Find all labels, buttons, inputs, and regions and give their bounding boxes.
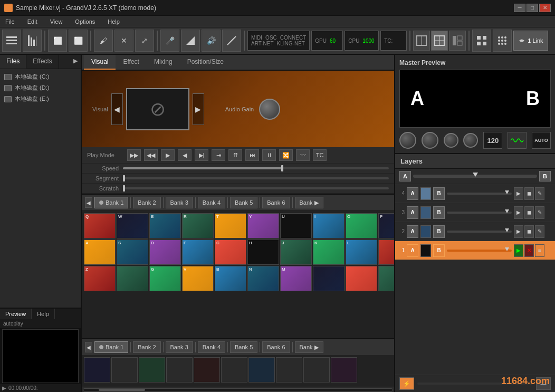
clip-extra2[interactable] [378, 240, 394, 265]
lb-play-btn[interactable]: ⚡ [399, 377, 414, 390]
tab-files[interactable]: Files [0, 55, 26, 69]
layout-btn-3[interactable] [449, 31, 466, 51]
drive-d[interactable]: 本地磁盘 (D:) [0, 82, 81, 93]
toolbar-prev-btn[interactable]: ⬜ [48, 30, 67, 52]
clip-u[interactable]: U [280, 213, 312, 238]
bank-bottom-4-btn[interactable]: Bank 4 [198, 341, 225, 353]
clip-g[interactable]: G [149, 266, 181, 291]
bank-bottom-more-btn[interactable]: Bank ▶ [295, 341, 323, 353]
clip-b[interactable]: B [215, 266, 246, 291]
toolbar-next-btn[interactable]: ⬜ [69, 30, 88, 52]
clip-v[interactable]: V [182, 266, 214, 291]
visual-prev-btn[interactable]: ◀ [111, 93, 123, 125]
clip-extra7[interactable] [378, 266, 394, 291]
bank-bottom-1-btn[interactable]: Bank 1 [94, 341, 128, 353]
toolbar-clear-btn[interactable]: ✕ [114, 30, 133, 52]
toolbar-bars-btn[interactable] [23, 30, 42, 52]
pm-btn-pause[interactable]: ⏸ [262, 149, 276, 161]
bank-more-btn[interactable]: Bank ▶ [295, 197, 323, 208]
bank-bottom-prev-btn[interactable]: ◀ [85, 342, 92, 352]
kling-label[interactable]: KLING-NET [277, 41, 305, 46]
bottom-clip-9[interactable] [303, 357, 330, 383]
layer-1-b-btn[interactable]: B [433, 244, 445, 257]
clip-q[interactable]: Q [84, 213, 116, 238]
pm-btn-ff[interactable]: ▶▶ [127, 149, 141, 161]
bank-2-btn[interactable]: Bank 2 [133, 197, 160, 208]
mp-knob-2[interactable] [422, 132, 438, 149]
bottom-clip-7[interactable] [248, 357, 275, 383]
layer-2-play[interactable]: ▶ [514, 225, 523, 238]
pm-btn-play[interactable]: ▶ [161, 149, 175, 161]
close-button[interactable]: ✕ [539, 4, 551, 12]
clip-i[interactable]: I [313, 213, 345, 238]
pm-btn-back[interactable]: ◀ [178, 149, 192, 161]
tab-position-size[interactable]: Position/Size [180, 55, 231, 70]
lab-b-btn[interactable]: B [539, 171, 551, 181]
speed-slider[interactable] [123, 167, 389, 169]
pm-btn-fast-fwd2[interactable]: ⇈ [228, 149, 242, 161]
clip-extra4[interactable] [117, 266, 148, 291]
menu-help[interactable]: Help [104, 17, 123, 26]
clip-o[interactable]: O [346, 213, 377, 238]
link-button[interactable]: 1 Link [513, 31, 548, 51]
layer-1-play[interactable]: ▶ [514, 244, 523, 257]
bottom-clip-4[interactable] [166, 357, 193, 383]
pm-btn-wave[interactable]: 〰 [296, 149, 310, 161]
layer-3-stop[interactable]: ◼ [524, 206, 534, 219]
scratch-slider[interactable] [123, 187, 389, 189]
tab-effect[interactable]: Effect [116, 55, 146, 70]
layer-4-slider[interactable] [447, 193, 512, 195]
clip-w[interactable]: W [117, 213, 148, 238]
layer-1-slider[interactable] [447, 250, 512, 252]
tab-mixing[interactable]: Mixing [147, 55, 180, 70]
bank-bottom-2-btn[interactable]: Bank 2 [133, 341, 160, 353]
bank-4-btn[interactable]: Bank 4 [198, 197, 225, 208]
clip-z[interactable]: Z [84, 266, 116, 291]
scroll-thumb[interactable] [99, 389, 145, 391]
bank-prev-btn[interactable]: ◀ [85, 197, 92, 208]
bank-bottom-5-btn[interactable]: Bank 5 [230, 341, 257, 353]
layer-1-stop[interactable]: ✕ [524, 244, 534, 257]
clip-r[interactable]: R [182, 213, 214, 238]
bottom-clip-3[interactable] [139, 357, 165, 383]
toolbar-mic-btn[interactable]: 🎤 [160, 30, 179, 52]
bank-5-btn[interactable]: Bank 5 [230, 197, 257, 208]
pm-btn-shuffle[interactable]: 🔀 [279, 149, 293, 161]
layer-3-play[interactable]: ▶ [514, 206, 523, 219]
pm-btn-skip[interactable]: ⏭ [245, 149, 259, 161]
tab-visual[interactable]: Visual [84, 55, 116, 70]
lab-a-btn[interactable]: A [399, 171, 411, 181]
layer-4-b-btn[interactable]: B [433, 187, 445, 200]
clip-m[interactable]: M [280, 266, 312, 291]
timecode-play-icon[interactable]: ▶ [2, 385, 6, 391]
scroll-track[interactable] [83, 388, 393, 391]
layer-3-slider[interactable] [447, 212, 512, 214]
midi-label[interactable]: MIDI [251, 35, 262, 41]
toolbar-dots-btn[interactable] [493, 30, 512, 52]
clip-n[interactable]: N [247, 266, 279, 291]
layer-3-b-btn[interactable]: B [433, 206, 445, 219]
layer-4-a-btn[interactable]: A [407, 187, 418, 200]
pm-btn-rew[interactable]: ◀◀ [144, 149, 158, 161]
mp-knob-4[interactable] [463, 133, 478, 148]
clip-h[interactable]: H [247, 240, 279, 265]
clip-a[interactable]: A [84, 240, 116, 265]
toolbar-grid-btn[interactable] [472, 30, 491, 52]
osc-label[interactable]: OSC [265, 35, 277, 41]
connect-label[interactable]: CONNECT [280, 35, 306, 41]
clip-k[interactable]: K [313, 240, 345, 265]
layout-btn-2[interactable] [431, 31, 448, 51]
toolbar-fade-btn[interactable] [181, 30, 200, 52]
bottom-clip-2[interactable] [111, 357, 138, 383]
toolbar-brush-btn[interactable]: 🖌 [94, 30, 113, 52]
bottom-clip-5[interactable] [194, 357, 220, 383]
minimize-button[interactable]: ─ [514, 4, 525, 12]
layer-2-a-btn[interactable]: A [407, 225, 418, 238]
layer-4-play[interactable]: ▶ [514, 187, 523, 200]
horizontal-scrollbar[interactable] [82, 387, 394, 392]
mp-wave-btn[interactable] [508, 132, 527, 149]
clip-d[interactable]: D [149, 240, 181, 265]
clip-f[interactable]: F [182, 240, 214, 265]
files-arrow[interactable]: ▶ [70, 55, 81, 69]
artnet-label[interactable]: ART-NET [251, 41, 274, 46]
